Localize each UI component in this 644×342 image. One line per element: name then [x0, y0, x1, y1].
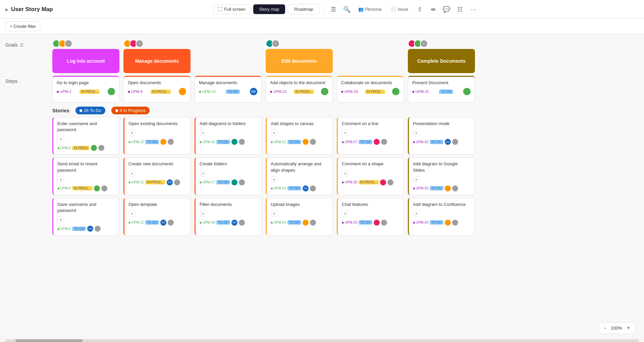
goal-group-4: + Edit documents [266, 40, 333, 73]
share-icon[interactable]: ⇎ [428, 4, 438, 15]
add-story-btn[interactable]: + [271, 210, 277, 217]
create-filter-button[interactable]: + Create filter [5, 21, 40, 31]
story-status: TO DO [216, 140, 230, 144]
add-story-btn[interactable]: + [200, 129, 206, 136]
goal-card-1[interactable]: Log into account [52, 49, 119, 73]
story-card-upm5[interactable]: Save username and password + ■ UPM-5 TO … [52, 198, 119, 235]
story-title-upm22: Add shapes to canvas [271, 121, 328, 127]
fullscreen-button[interactable]: ⛶ Full screen [213, 4, 251, 14]
story-card-upm10[interactable]: Open existing documents + ■ UPM-10 TO DO [123, 117, 191, 155]
step-card-6[interactable]: Present Document ■ UPM-31 TO DO [408, 76, 475, 103]
add-story-btn[interactable]: + [342, 129, 348, 136]
avatar [231, 139, 237, 145]
step-card-2[interactable]: Open documents ■ UPM-9 IN PROG... [123, 76, 191, 103]
step-card-3[interactable]: Manage documents ■ UPM-15 TO DO DD [195, 76, 262, 103]
export-icon[interactable]: ⇧ [414, 4, 425, 15]
story-title-upm32: Presentation mode [413, 121, 471, 127]
more-icon[interactable]: ⋯ [468, 4, 479, 15]
story-status: TO DO [287, 186, 301, 190]
story-card-upm23[interactable]: Automatically arrange and align shapes +… [266, 157, 333, 195]
story-footer-upm28: ■ UPM-28 IN PROG... [342, 179, 399, 185]
step-card-1[interactable]: Go to login page ■ UPM-2 IN PROG... [52, 76, 119, 103]
search-icon[interactable]: 🔍 [341, 4, 352, 15]
step-status-5: IN PROG... [365, 90, 385, 94]
persona-button[interactable]: 👥 Persona [355, 5, 385, 13]
story-title-upm17: Create folders [200, 161, 257, 167]
avatar [231, 179, 237, 185]
step-id-5: ■ UPM-26 [341, 90, 358, 94]
add-story-btn[interactable]: + [342, 170, 348, 177]
comment-icon[interactable]: 💬 [441, 4, 452, 15]
step-status-2: IN PROG... [151, 90, 171, 94]
story-card-upm4[interactable]: Send email to resent password + ■ UPM-4 … [52, 157, 119, 195]
story-card-upm3[interactable]: Enter username and password + ■ UPM-3 IN… [52, 117, 119, 155]
avatar [387, 179, 393, 185]
story-card-upm18[interactable]: Filter documents + ■ UPM-18 TO DO DD [195, 198, 262, 235]
step-card-4[interactable]: Add objects to the document ■ UPM-21 IN … [266, 76, 333, 103]
horizontal-scrollbar[interactable] [5, 339, 639, 342]
story-card-upm29[interactable]: Chat features + ■ UPM-29 TO DO [337, 198, 404, 235]
zoom-in-button[interactable]: + [625, 324, 632, 332]
story-card-upm22[interactable]: Add shapes to canvas + ■ UPM-22 TO DO [266, 117, 333, 155]
goals-filter-icon[interactable]: ☰ [20, 43, 24, 48]
story-card-upm12[interactable]: Open template + ■ UPM-12 TO DO DD [123, 198, 191, 235]
story-card-upm24[interactable]: Upload images + ■ UPM-24 TO DO [266, 198, 333, 235]
avatar [310, 220, 316, 226]
add-story-btn[interactable]: + [271, 129, 277, 136]
app-header: ▸ User Story Map ⛶ Full screen Story map… [0, 0, 644, 19]
goal-card-2[interactable]: Manage documents [123, 49, 191, 73]
add-story-btn[interactable]: + [413, 129, 420, 136]
story-footer-upm24: ■ UPM-24 TO DO [271, 220, 328, 226]
story-card-upm16[interactable]: Add diagrams to folders + ■ UPM-16 TO DO [195, 117, 262, 155]
step-footer-4: ■ UPM-21 IN PROG... [270, 88, 328, 95]
zoom-out-button[interactable]: - [602, 324, 608, 332]
story-title-upm28: Comment on a shape [342, 161, 399, 167]
avatar [179, 88, 186, 95]
goal-card-4[interactable]: Edit documents [266, 49, 333, 73]
avatar [98, 145, 104, 151]
add-story-btn[interactable]: + [200, 210, 206, 217]
issue-button[interactable]: 📄 Issue [387, 5, 412, 13]
add-story-btn[interactable]: + [128, 170, 135, 177]
story-card-upm17[interactable]: Create folders + ■ UPM-17 TO DO [195, 157, 262, 195]
menu-icon[interactable]: ☰ [328, 4, 339, 15]
avatar [310, 185, 316, 191]
add-story-btn[interactable]: + [271, 176, 277, 183]
add-story-btn[interactable]: + [128, 210, 135, 217]
avatar: DD [250, 88, 257, 95]
story-footer-upm18: ■ UPM-18 TO DO DD [200, 220, 257, 226]
add-story-btn[interactable]: + [413, 176, 420, 183]
chevron-right-icon[interactable]: ▸ [5, 6, 8, 13]
add-story-btn[interactable]: + [57, 216, 64, 223]
story-title-upm11: Create new documents [128, 161, 186, 167]
layout-icon[interactable]: ☷ [454, 4, 465, 15]
story-card-upm34[interactable]: Add diagram to Confluence + ■ UPM-34 TO … [408, 198, 475, 235]
badge-todo[interactable]: 26 To Do [75, 107, 105, 114]
add-story-btn[interactable]: + [413, 210, 420, 217]
add-story-btn[interactable]: + [128, 129, 135, 136]
story-card-upm11[interactable]: Create new documents + ■ UPM-11 IN PROG.… [123, 157, 191, 195]
add-story-btn[interactable]: + [57, 176, 64, 183]
badge-in-progress[interactable]: 4 In Progress [111, 107, 150, 114]
add-story-btn[interactable]: + [342, 210, 348, 217]
story-card-upm32[interactable]: Presentation mode + ■ UPM-32 TO DO DD [408, 117, 475, 155]
story-row-3-label [5, 198, 52, 235]
goal-group-2: + Manage documents [123, 40, 191, 73]
add-story-btn[interactable]: + [200, 170, 206, 177]
story-title-upm18: Filter documents [200, 202, 257, 208]
goals-text: Goals [5, 42, 18, 48]
header-left: ▸ User Story Map [5, 6, 53, 13]
story-card-upm28[interactable]: Comment on a shape + ■ UPM-28 IN PROG... [337, 157, 404, 195]
step-card-5[interactable]: Collaborate on documents ■ UPM-26 IN PRO… [337, 76, 404, 103]
roadmap-button[interactable]: Roadmap [288, 4, 319, 14]
scrollbar-thumb[interactable] [15, 339, 83, 342]
goal-card-6[interactable]: Complete Documents [408, 49, 475, 73]
avatar: + [420, 40, 428, 48]
story-card-upm27[interactable]: Comment on a line + ■ UPM-27 TO DO [337, 117, 404, 155]
main-content: Goals ☰ + Log into account [0, 34, 644, 342]
story-map-button[interactable]: Story map [253, 4, 285, 14]
story-card-upm33[interactable]: Add diagram to Google Slides + ■ UPM-33 … [408, 157, 475, 195]
story-footer-upm11: ■ UPM-11 IN PROG... DD [128, 179, 186, 185]
step-title-3: Manage documents [199, 80, 257, 85]
add-story-btn[interactable]: + [57, 135, 64, 142]
